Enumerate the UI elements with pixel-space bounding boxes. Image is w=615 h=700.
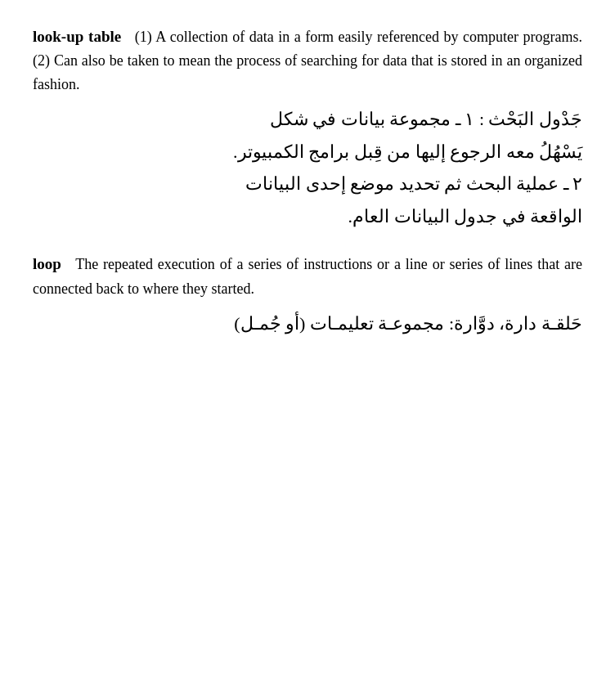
loop-arabic: حَلقـة دارة، دوَّارة: مجموعـة تعليمـات (… [33, 307, 582, 340]
lookup-table-arabic: جَدْول البَحْث : ١ ـ مجموعة بيانات في شك… [33, 103, 582, 232]
entry-lookup-table: look-up table (1) A collection of data i… [33, 25, 582, 232]
lookup-table-english: look-up table (1) A collection of data i… [33, 25, 582, 96]
lookup-table-arabic-line-3: ٢ ـ عملية البحث ثم تحديد موضع إحدى البيا… [33, 168, 582, 200]
lookup-table-arabic-line-4: الواقعة في جدول البيانات العام. [33, 200, 582, 233]
entry-loop: loop The repeated execution of a series … [33, 252, 582, 339]
loop-definition-en: The repeated execution of a series of in… [33, 256, 582, 296]
loop-arabic-text: حَلقـة دارة، دوَّارة: مجموعـة تعليمـات (… [33, 307, 582, 340]
loop-term: loop [33, 255, 61, 272]
loop-english: loop The repeated execution of a series … [33, 252, 582, 300]
lookup-table-arabic-line-2: يَسْهُلُ معه الرجوع إليها من قِبل برامج … [33, 136, 582, 168]
lookup-table-arabic-line-1: جَدْول البَحْث : ١ ـ مجموعة بيانات في شك… [33, 103, 582, 136]
lookup-table-term: look-up table [33, 28, 121, 45]
